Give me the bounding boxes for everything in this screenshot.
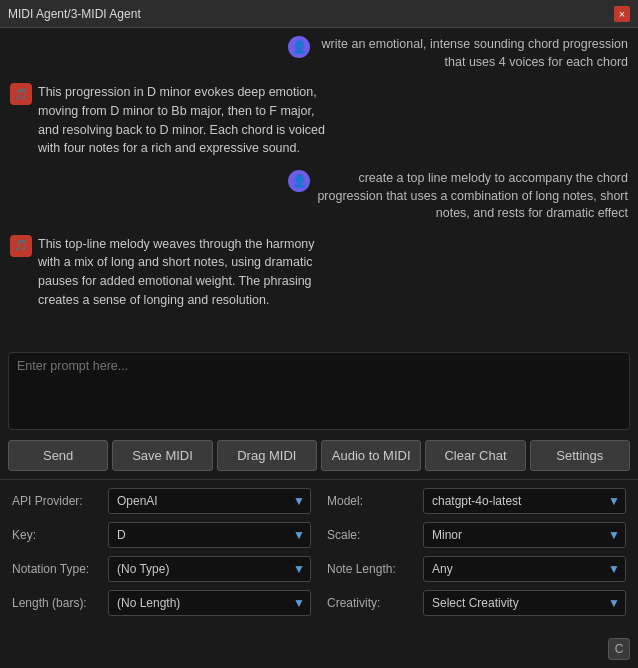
api-provider-select[interactable]: OpenAI Anthropic Local (108, 488, 311, 514)
window-title: MIDI Agent/3-MIDI Agent (8, 7, 141, 21)
model-wrapper: chatgpt-4o-latest gpt-4 gpt-3.5-turbo ▼ (423, 488, 626, 514)
user-message-0: 👤write an emotional, intense sounding ch… (288, 36, 628, 71)
user-icon-2: 👤 (288, 170, 310, 192)
settings-button[interactable]: Settings (530, 440, 630, 471)
scale-row: Scale: MajorMinor Harmonic MinorPentaton… (327, 522, 626, 548)
creativity-row: Creativity: Select Creativity LowMediumH… (327, 590, 626, 616)
agent-message-1: 🎵This progression in D minor evokes deep… (10, 83, 330, 158)
bottom-right-button[interactable]: C (608, 638, 630, 660)
creativity-select[interactable]: Select Creativity LowMediumHigh (423, 590, 626, 616)
scale-label: Scale: (327, 528, 417, 542)
save-midi-button[interactable]: Save MIDI (112, 440, 212, 471)
user-icon-0: 👤 (288, 36, 310, 58)
user-message-text-2: create a top line melody to accompany th… (316, 170, 628, 223)
notation-type-wrapper: (No Type)Jazz ClassicalPop ▼ (108, 556, 311, 582)
scale-wrapper: MajorMinor Harmonic MinorPentatonic ▼ (423, 522, 626, 548)
agent-icon-1: 🎵 (10, 83, 32, 105)
settings-grid: API Provider: OpenAI Anthropic Local ▼ M… (12, 488, 626, 616)
creativity-label: Creativity: (327, 596, 417, 610)
agent-icon-3: 🎵 (10, 235, 32, 257)
button-row: Send Save MIDI Drag MIDI Audio to MIDI C… (0, 436, 638, 479)
user-message-2: 👤create a top line melody to accompany t… (288, 170, 628, 223)
api-provider-wrapper: OpenAI Anthropic Local ▼ (108, 488, 311, 514)
send-button[interactable]: Send (8, 440, 108, 471)
model-label: Model: (327, 494, 417, 508)
model-select[interactable]: chatgpt-4o-latest gpt-4 gpt-3.5-turbo (423, 488, 626, 514)
creativity-wrapper: Select Creativity LowMediumHigh ▼ (423, 590, 626, 616)
length-bars-wrapper: (No Length)4 816 ▼ (108, 590, 311, 616)
agent-message-3: 🎵This top-line melody weaves through the… (10, 235, 330, 310)
prompt-area (8, 352, 630, 430)
note-length-label: Note Length: (327, 562, 417, 576)
title-bar: MIDI Agent/3-MIDI Agent × (0, 0, 638, 28)
key-row: Key: CC#DD# EFF#G G#AA#B ▼ (12, 522, 311, 548)
note-length-wrapper: AnyQuarter HalfEighth ▼ (423, 556, 626, 582)
chat-area: 👤write an emotional, intense sounding ch… (0, 28, 638, 348)
key-wrapper: CC#DD# EFF#G G#AA#B ▼ (108, 522, 311, 548)
agent-message-text-1: This progression in D minor evokes deep … (38, 83, 330, 158)
note-length-select[interactable]: AnyQuarter HalfEighth (423, 556, 626, 582)
model-row: Model: chatgpt-4o-latest gpt-4 gpt-3.5-t… (327, 488, 626, 514)
note-length-row: Note Length: AnyQuarter HalfEighth ▼ (327, 556, 626, 582)
message-row-2: 👤create a top line melody to accompany t… (10, 170, 628, 223)
settings-section: API Provider: OpenAI Anthropic Local ▼ M… (0, 479, 638, 622)
notation-type-label: Notation Type: (12, 562, 102, 576)
notation-type-select[interactable]: (No Type)Jazz ClassicalPop (108, 556, 311, 582)
prompt-input[interactable] (17, 359, 621, 423)
api-provider-label: API Provider: (12, 494, 102, 508)
message-row-1: 🎵This progression in D minor evokes deep… (10, 83, 628, 158)
length-bars-select[interactable]: (No Length)4 816 (108, 590, 311, 616)
key-label: Key: (12, 528, 102, 542)
drag-midi-button[interactable]: Drag MIDI (217, 440, 317, 471)
api-provider-row: API Provider: OpenAI Anthropic Local ▼ (12, 488, 311, 514)
agent-message-text-3: This top-line melody weaves through the … (38, 235, 330, 310)
length-bars-row: Length (bars): (No Length)4 816 ▼ (12, 590, 311, 616)
length-bars-label: Length (bars): (12, 596, 102, 610)
scale-select[interactable]: MajorMinor Harmonic MinorPentatonic (423, 522, 626, 548)
user-message-text-0: write an emotional, intense sounding cho… (316, 36, 628, 71)
audio-to-midi-button[interactable]: Audio to MIDI (321, 440, 421, 471)
message-row-3: 🎵This top-line melody weaves through the… (10, 235, 628, 310)
notation-type-row: Notation Type: (No Type)Jazz ClassicalPo… (12, 556, 311, 582)
clear-chat-button[interactable]: Clear Chat (425, 440, 525, 471)
close-button[interactable]: × (614, 6, 630, 22)
key-select[interactable]: CC#DD# EFF#G G#AA#B (108, 522, 311, 548)
message-row-0: 👤write an emotional, intense sounding ch… (10, 36, 628, 71)
